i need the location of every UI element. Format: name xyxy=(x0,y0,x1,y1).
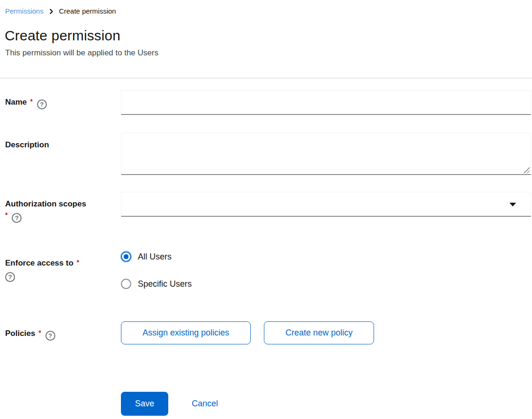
form-row-policies: Policies*? Assign existing policies Crea… xyxy=(5,321,531,344)
save-button[interactable]: Save xyxy=(121,392,168,416)
radio-unselected-icon[interactable] xyxy=(121,279,131,289)
form-row-description: Description xyxy=(5,133,531,175)
required-asterisk: * xyxy=(30,98,32,105)
create-permission-form: Name*? Description Authorization scopes … xyxy=(0,78,532,416)
enforce-access-to-label-text: Enforce access to xyxy=(5,259,74,267)
cancel-link[interactable]: Cancel xyxy=(192,399,218,409)
form-row-authorization-scopes: Authorization scopes *? xyxy=(5,192,531,223)
help-icon[interactable]: ? xyxy=(37,99,47,109)
enforce-access-radio-group: All Users Specific Users xyxy=(121,251,531,289)
authorization-scopes-select[interactable] xyxy=(121,192,531,217)
help-icon[interactable]: ? xyxy=(12,213,22,223)
authorization-scopes-label-text: Authorization scopes xyxy=(5,198,92,210)
form-row-enforce-access-to: Enforce access to* ? All Users Specific … xyxy=(5,251,531,289)
assign-existing-policies-button[interactable]: Assign existing policies xyxy=(121,321,251,344)
radio-option-specific-users[interactable]: Specific Users xyxy=(121,278,531,289)
enforce-access-to-label: Enforce access to* ? xyxy=(5,251,92,282)
required-asterisk: * xyxy=(5,211,7,219)
breadcrumb: Permissions Create permission xyxy=(0,0,532,15)
required-asterisk: * xyxy=(38,329,41,336)
description-label-text: Description xyxy=(5,140,49,149)
page-title: Create permission xyxy=(5,27,532,45)
policies-label: Policies*? xyxy=(5,321,92,341)
help-icon[interactable]: ? xyxy=(45,331,55,341)
page-subtitle: This permission will be applied to the U… xyxy=(5,48,532,58)
radio-label: Specific Users xyxy=(138,278,192,289)
name-label-text: Name xyxy=(5,98,27,107)
help-icon[interactable]: ? xyxy=(5,272,15,282)
breadcrumb-separator-icon xyxy=(49,9,54,14)
description-textarea[interactable] xyxy=(121,133,531,175)
breadcrumb-current: Create permission xyxy=(59,7,116,15)
caret-down-icon xyxy=(510,203,516,206)
breadcrumb-link-permissions[interactable]: Permissions xyxy=(5,7,44,15)
name-input[interactable] xyxy=(121,90,531,115)
radio-option-all-users[interactable]: All Users xyxy=(121,251,531,262)
required-asterisk: * xyxy=(77,259,79,266)
radio-label: All Users xyxy=(138,251,172,262)
name-label: Name*? xyxy=(5,90,92,109)
radio-selected-icon[interactable] xyxy=(121,251,131,262)
form-row-actions: Save Cancel xyxy=(5,392,531,416)
description-label: Description xyxy=(5,133,92,151)
create-new-policy-button[interactable]: Create new policy xyxy=(264,321,374,344)
form-row-name: Name*? xyxy=(5,90,531,115)
policies-label-text: Policies xyxy=(5,329,35,338)
authorization-scopes-label: Authorization scopes *? xyxy=(5,192,92,223)
